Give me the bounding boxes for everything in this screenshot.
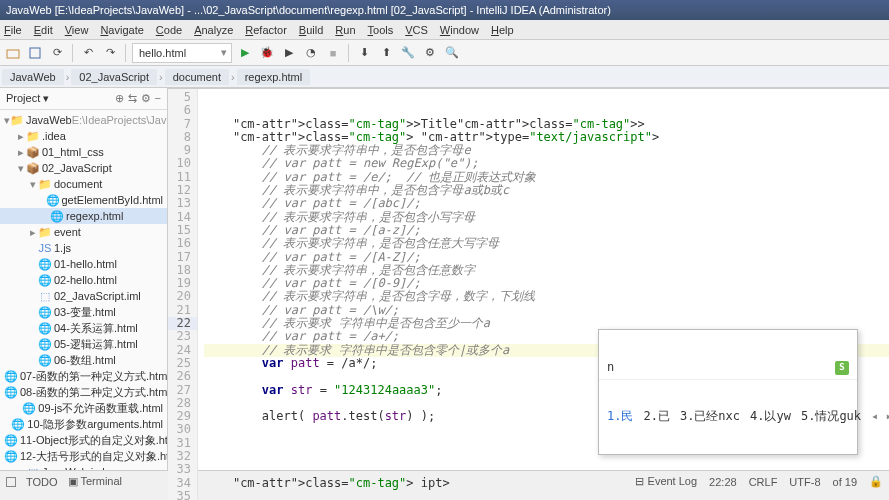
- mod-icon: 📦: [26, 162, 40, 174]
- html-icon: 🌐: [38, 306, 52, 318]
- profile-icon[interactable]: ◔: [302, 44, 320, 62]
- nav-crumb[interactable]: regexp.html: [237, 69, 310, 85]
- refresh-icon[interactable]: ⟳: [48, 44, 66, 62]
- sidebar-collapse-icon[interactable]: ⇆: [128, 92, 137, 105]
- ime-candidate[interactable]: 1.民: [607, 410, 633, 423]
- tree-item[interactable]: ⬚02_JavaScript.iml: [0, 288, 167, 304]
- svg-rect-0: [7, 50, 19, 58]
- ime-candidate[interactable]: 3.已经nxc: [680, 410, 740, 423]
- menu-code[interactable]: Code: [156, 24, 182, 36]
- ime-nav[interactable]: ◂ ▸: [871, 410, 889, 423]
- run-config-combo[interactable]: hello.html: [132, 43, 232, 63]
- tree-item[interactable]: ▾📁JavaWeb E:\IdeaProjects\JavaWeb: [0, 112, 167, 128]
- menu-refactor[interactable]: Refactor: [245, 24, 287, 36]
- coverage-icon[interactable]: ▶: [280, 44, 298, 62]
- tree-item[interactable]: 🌐04-关系运算.html: [0, 320, 167, 336]
- html-icon: 🌐: [4, 370, 18, 382]
- search-icon[interactable]: 🔍: [443, 44, 461, 62]
- tree-item[interactable]: 🌐01-hello.html: [0, 256, 167, 272]
- menu-tools[interactable]: Tools: [368, 24, 394, 36]
- tree-item[interactable]: JS1.js: [0, 240, 167, 256]
- sidebar-gear-icon[interactable]: ⚙: [141, 92, 151, 105]
- tree-item[interactable]: 🌐02-hello.html: [0, 272, 167, 288]
- tree-item[interactable]: ▸📦01_html_css: [0, 144, 167, 160]
- menu-view[interactable]: View: [65, 24, 89, 36]
- project-tree[interactable]: ▾📁JavaWeb E:\IdeaProjects\JavaWeb▸📁.idea…: [0, 110, 167, 470]
- vcs-icon[interactable]: ⬇: [355, 44, 373, 62]
- status-square-icon[interactable]: [6, 477, 16, 487]
- tree-item[interactable]: 🌐10-隐形参数arguments.html: [0, 416, 167, 432]
- debug-icon[interactable]: 🐞: [258, 44, 276, 62]
- menu-analyze[interactable]: Analyze: [194, 24, 233, 36]
- tree-label: 06-数组.html: [54, 353, 116, 368]
- structure-icon[interactable]: ⬆: [377, 44, 395, 62]
- status-terminal[interactable]: ▣ Terminal: [68, 475, 122, 488]
- tree-item[interactable]: ⬚JavaWeb.iml: [0, 464, 167, 470]
- code-editor[interactable]: "cm-attr">class="cm-tag">>Title"cm-attr"…: [198, 89, 889, 500]
- menu-window[interactable]: Window: [440, 24, 479, 36]
- prj-icon: 📁: [10, 114, 24, 126]
- nav-crumb[interactable]: JavaWeb: [2, 69, 64, 85]
- tree-item[interactable]: 🌐03-变量.html: [0, 304, 167, 320]
- html-icon: 🌐: [38, 258, 52, 270]
- tree-item[interactable]: ▸📁.idea: [0, 128, 167, 144]
- menu-edit[interactable]: Edit: [34, 24, 53, 36]
- tree-label: 05-逻辑运算.html: [54, 337, 138, 352]
- tree-label: 01-hello.html: [54, 258, 117, 270]
- menu-build[interactable]: Build: [299, 24, 323, 36]
- stop-icon[interactable]: ■: [324, 44, 342, 62]
- tree-item[interactable]: 🌐regexp.html: [0, 208, 167, 224]
- menu-navigate[interactable]: Navigate: [100, 24, 143, 36]
- tree-item[interactable]: 🌐05-逻辑运算.html: [0, 336, 167, 352]
- tool-icon[interactable]: 🔧: [399, 44, 417, 62]
- undo-icon[interactable]: ↶: [79, 44, 97, 62]
- tree-item[interactable]: 🌐11-Object形式的自定义对象.html: [0, 432, 167, 448]
- ime-popup[interactable]: n S 1.民2.已3.已经nxc4.以yw5.情况guk◂ ▸: [598, 329, 858, 455]
- iml-icon: ⬚: [26, 466, 40, 470]
- html-icon: 🌐: [46, 194, 60, 206]
- tree-label: 1.js: [54, 242, 71, 254]
- tree-label: event: [54, 226, 81, 238]
- sidebar-hide-icon[interactable]: −: [155, 92, 161, 105]
- tree-item[interactable]: 🌐08-函数的第二种定义方式.html: [0, 384, 167, 400]
- tree-item[interactable]: 🌐06-数组.html: [0, 352, 167, 368]
- tree-item[interactable]: 🌐09-js不允许函数重载.html: [0, 400, 167, 416]
- js-icon: JS: [38, 242, 52, 254]
- tree-item[interactable]: ▸📁event: [0, 224, 167, 240]
- dir-icon: 📁: [38, 178, 52, 190]
- tree-label: 03-变量.html: [54, 305, 116, 320]
- menu-file[interactable]: File: [4, 24, 22, 36]
- tree-item[interactable]: ▾📦02_JavaScript: [0, 160, 167, 176]
- menu-vcs[interactable]: VCS: [405, 24, 428, 36]
- nav-crumb[interactable]: 02_JavaScript: [71, 69, 157, 85]
- tree-item[interactable]: 🌐07-函数的第一种定义方式.html: [0, 368, 167, 384]
- html-icon: 🌐: [38, 322, 52, 334]
- tree-label: 08-函数的第二种定义方式.html: [20, 385, 167, 400]
- open-icon[interactable]: [4, 44, 22, 62]
- ime-candidate[interactable]: 2.已: [643, 410, 669, 423]
- tree-label: 01_html_css: [42, 146, 104, 158]
- tree-label: .idea: [42, 130, 66, 142]
- ime-candidate[interactable]: 4.以yw: [750, 410, 791, 423]
- ime-candidate[interactable]: 5.情况guk: [801, 410, 861, 423]
- svg-rect-1: [30, 48, 40, 58]
- settings-icon[interactable]: ⚙: [421, 44, 439, 62]
- tree-item[interactable]: 🌐12-大括号形式的自定义对象.html: [0, 448, 167, 464]
- save-icon[interactable]: [26, 44, 44, 62]
- html-icon: 🌐: [4, 386, 18, 398]
- tree-label: 11-Object形式的自定义对象.html: [20, 433, 167, 448]
- redo-icon[interactable]: ↷: [101, 44, 119, 62]
- menu-help[interactable]: Help: [491, 24, 514, 36]
- run-icon[interactable]: ▶: [236, 44, 254, 62]
- tree-label: 02-hello.html: [54, 274, 117, 286]
- tree-label: getElementById.html: [62, 194, 164, 206]
- tree-item[interactable]: ▾📁document: [0, 176, 167, 192]
- tree-label: 02_JavaScript: [42, 162, 112, 174]
- menu-run[interactable]: Run: [335, 24, 355, 36]
- tree-label: document: [54, 178, 102, 190]
- nav-crumb[interactable]: document: [165, 69, 229, 85]
- sidebar-opts-icon[interactable]: ⊕: [115, 92, 124, 105]
- ime-logo-icon: S: [835, 361, 849, 375]
- tree-item[interactable]: 🌐getElementById.html: [0, 192, 167, 208]
- status-todo[interactable]: TODO: [26, 476, 58, 488]
